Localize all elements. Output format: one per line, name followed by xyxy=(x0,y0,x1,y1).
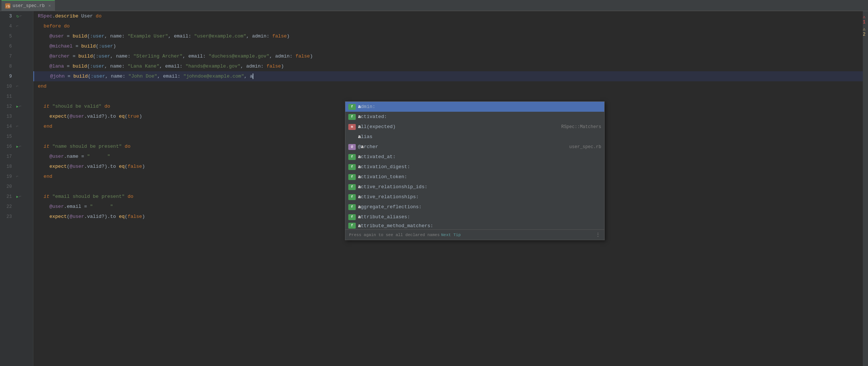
code-token: @user xyxy=(49,204,64,209)
fold-icon-14[interactable]: ⌐ xyxy=(16,124,19,128)
autocomplete-item-activation-digest[interactable]: f activation_digest: xyxy=(345,162,604,172)
run-arrow-21[interactable]: ▶ xyxy=(16,195,19,199)
code-token xyxy=(38,33,49,39)
autocomplete-item-activated[interactable]: f activated: xyxy=(345,112,604,122)
code-token: = xyxy=(70,53,78,59)
code-token: , name: xyxy=(104,63,127,69)
gutter-row-19: 19 ⌐ xyxy=(0,171,33,182)
code-token xyxy=(38,23,44,29)
autocomplete-item-all[interactable]: m all(expected) RSpec::Matchers xyxy=(345,122,604,132)
code-token: do xyxy=(104,104,110,109)
tab-user-spec[interactable]: rb user_spec.rb × xyxy=(1,0,55,11)
autocomplete-more-icon[interactable]: ⋮ xyxy=(595,232,601,238)
code-token: "hands@example.gov" xyxy=(185,63,240,69)
code-token: ( xyxy=(67,114,70,119)
run-arrow-16[interactable]: ▶ xyxy=(16,144,19,149)
code-token: :user xyxy=(96,53,110,59)
plain-icon xyxy=(348,134,356,140)
autocomplete-item-attribute-method-matchers[interactable]: f attribute_method_matchers: xyxy=(345,222,604,229)
autocomplete-item-attribute-aliases[interactable]: f attribute_aliases: xyxy=(345,212,604,222)
code-token: ( xyxy=(93,53,96,59)
code-token: ) xyxy=(139,114,142,119)
code-token: , email: xyxy=(160,63,185,69)
code-token: expect xyxy=(49,214,67,219)
run-arrow-12[interactable]: ▶ xyxy=(16,104,19,109)
code-token: , admin: xyxy=(269,53,295,59)
code-token: ( xyxy=(67,164,70,169)
line-number-20: 20 xyxy=(0,184,15,189)
autocomplete-item-activated-at[interactable]: f activated_at: xyxy=(345,152,604,162)
error-warning-indicators: ⚠ 1 ⚠ 2 xyxy=(863,14,867,37)
code-token: ( xyxy=(125,114,128,119)
autocomplete-item-active-relationship-ids[interactable]: f active_relationship_ids: xyxy=(345,182,604,192)
code-line-9: @john = build(:user, name: "John Doe", e… xyxy=(33,71,863,81)
autocomplete-item-admin[interactable]: f admin: xyxy=(345,102,604,112)
code-token: eq xyxy=(119,114,125,119)
autocomplete-item-aggregate-reflections[interactable]: f aggregate_reflections: xyxy=(345,202,604,212)
fold-icon-3[interactable]: ⌐ xyxy=(20,14,22,18)
code-token: build xyxy=(78,53,93,59)
code-token: build xyxy=(73,63,87,69)
code-token: describe xyxy=(55,13,78,19)
code-editor[interactable]: RSpec.describe User do before do @user =… xyxy=(33,11,863,366)
code-token: do xyxy=(128,194,134,199)
code-token: it xyxy=(44,144,50,149)
autocomplete-item-alias[interactable]: alias xyxy=(345,132,604,142)
fold-icon-16[interactable]: ⌐ xyxy=(19,144,22,148)
code-token: User xyxy=(81,13,93,19)
autocomplete-source: user_spec.rb xyxy=(569,144,601,150)
autocomplete-label: @archer xyxy=(358,144,569,150)
field-icon: f xyxy=(348,184,356,190)
line-number-6: 6 xyxy=(0,44,15,49)
gutter-row-3: 3 ↻ ⌐ xyxy=(0,11,33,21)
code-token: , email: xyxy=(157,73,183,79)
fold-icon-19[interactable]: ⌐ xyxy=(16,174,19,179)
line-number-12: 12 xyxy=(0,104,15,109)
line-number-17: 17 xyxy=(0,154,15,159)
gutter-row-22: 22 xyxy=(0,202,33,212)
fold-icon-12[interactable]: ⌐ xyxy=(19,104,22,108)
autocomplete-item-activation-token[interactable]: f activation_token: xyxy=(345,172,604,182)
fold-icon-21[interactable]: ⌐ xyxy=(19,195,22,199)
gutter-icons-4: ⌐ xyxy=(15,24,33,28)
code-token: .valid?).to xyxy=(84,214,119,219)
field-icon: f xyxy=(348,154,356,160)
code-token: @user xyxy=(70,164,84,169)
code-line-4: before do xyxy=(33,21,863,31)
code-token: eq xyxy=(119,214,125,219)
field-icon: f xyxy=(348,214,356,220)
fold-icon-10[interactable]: ⌐ xyxy=(16,84,19,88)
code-token: "should be valid" xyxy=(52,104,102,109)
code-token: , admin: xyxy=(240,63,266,69)
code-line-10: end xyxy=(33,81,863,91)
autocomplete-label: active_relationships: xyxy=(358,194,601,200)
code-token: ) xyxy=(287,33,290,39)
autocomplete-item-archer[interactable]: @ @archer user_spec.rb xyxy=(345,142,604,152)
code-token: "Lana Kane" xyxy=(128,63,160,69)
gutter-row-15: 15 xyxy=(0,131,33,141)
autocomplete-source: RSpec::Matchers xyxy=(561,124,601,130)
gutter-row-17: 17 xyxy=(0,151,33,161)
code-token: ( xyxy=(125,214,128,219)
autocomplete-next-tip-link[interactable]: Next Tip xyxy=(441,233,461,237)
gutter-icons-10: ⌐ xyxy=(15,84,33,88)
gutter-icons-14: ⌐ xyxy=(15,124,33,128)
scrollbar-track[interactable]: ⚠ 1 ⚠ 2 xyxy=(863,11,868,366)
autocomplete-item-active-relationships[interactable]: f active_relationships: xyxy=(345,192,604,202)
code-token: expect xyxy=(49,114,67,119)
line-number-15: 15 xyxy=(0,134,15,139)
line-number-19: 19 xyxy=(0,174,15,179)
code-token: .valid?).to xyxy=(84,114,119,119)
fold-icon-4[interactable]: ⌐ xyxy=(16,24,19,28)
code-token: .name = xyxy=(64,154,87,159)
code-token xyxy=(49,194,52,199)
line-number-23: 23 xyxy=(0,214,15,219)
code-token: do xyxy=(64,23,70,29)
gutter-row-14: 14 ⌐ xyxy=(0,121,33,131)
code-token: @john xyxy=(50,73,65,79)
method-icon: m xyxy=(348,124,356,130)
code-token xyxy=(38,214,49,219)
gutter-row-18: 18 xyxy=(0,161,33,171)
code-token: false xyxy=(295,53,310,59)
tab-close-button[interactable]: × xyxy=(48,4,51,8)
